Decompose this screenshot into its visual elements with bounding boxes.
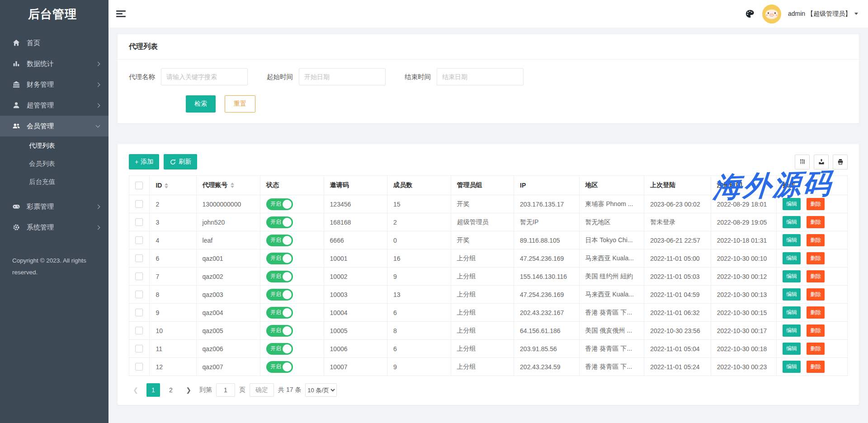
edit-button[interactable]: 编辑	[783, 198, 801, 210]
status-toggle[interactable]: 开启	[266, 325, 293, 337]
start-time-label: 起始时间	[267, 73, 293, 81]
page-size-select[interactable]: 10 条/页	[305, 383, 337, 397]
gear-icon	[12, 223, 20, 231]
sidebar-subitem-agent-list[interactable]: 代理列表	[0, 136, 108, 155]
delete-button[interactable]: 删除	[807, 343, 825, 355]
edit-button[interactable]: 编辑	[783, 324, 801, 337]
sidebar: 后台管理 首页 数据统计 财务管理 超管管理 会员管理	[0, 0, 108, 423]
cell-admin-group: 上分组	[451, 286, 514, 304]
search-button[interactable]: 检索	[186, 95, 216, 113]
print-icon[interactable]	[833, 155, 848, 169]
status-toggle[interactable]: 开启	[266, 289, 293, 301]
cell-invite-code: 10004	[324, 304, 387, 322]
prev-page-button[interactable]: ❮	[129, 383, 142, 397]
sidebar-item-home[interactable]: 首页	[0, 33, 108, 53]
sidebar-item-system[interactable]: 系统管理	[0, 217, 108, 238]
refresh-button[interactable]: 刷新	[164, 154, 197, 169]
row-checkbox[interactable]	[135, 291, 143, 298]
row-checkbox[interactable]	[135, 254, 143, 262]
end-date-input[interactable]	[437, 68, 524, 85]
agent-name-label: 代理名称	[129, 73, 155, 81]
row-checkbox[interactable]	[135, 218, 143, 226]
col-members: 成员数	[387, 176, 451, 195]
status-toggle[interactable]: 开启	[266, 198, 293, 210]
edit-button[interactable]: 编辑	[783, 252, 801, 264]
row-checkbox[interactable]	[135, 327, 143, 334]
edit-button[interactable]: 编辑	[783, 343, 801, 355]
sidebar-item-finance[interactable]: 财务管理	[0, 74, 108, 95]
table-row: 9 qaz004 开启 10004 6 上分组 202.43.232.167 香…	[129, 304, 848, 322]
sidebar-item-lottery[interactable]: 彩票管理	[0, 196, 108, 217]
page-title: 代理列表	[118, 34, 859, 60]
col-ip: IP	[514, 176, 580, 195]
status-toggle[interactable]: 开启	[266, 253, 293, 264]
status-toggle[interactable]: 开启	[266, 343, 293, 355]
row-checkbox[interactable]	[135, 236, 143, 244]
edit-button[interactable]: 编辑	[783, 288, 801, 301]
agent-name-input[interactable]	[161, 68, 248, 85]
edit-button[interactable]: 编辑	[783, 234, 801, 246]
export-icon[interactable]	[814, 155, 829, 169]
delete-button[interactable]: 删除	[807, 306, 825, 319]
sidebar-item-label: 会员管理	[27, 122, 54, 131]
delete-button[interactable]: 删除	[807, 198, 825, 210]
delete-button[interactable]: 删除	[807, 252, 825, 264]
sidebar-subitem-backend-recharge[interactable]: 后台充值	[0, 173, 108, 191]
status-toggle[interactable]: 开启	[266, 235, 293, 246]
page-button-2[interactable]: 2	[164, 383, 178, 397]
status-toggle[interactable]: 开启	[266, 307, 293, 319]
row-checkbox[interactable]	[135, 309, 143, 316]
copyright-text: Copyright © 2023. All rights reserved.	[0, 255, 108, 279]
user-menu[interactable]: admin 【超级管理员】	[788, 10, 858, 18]
cell-account: leaf	[196, 231, 260, 249]
status-toggle[interactable]: 开启	[266, 216, 293, 228]
row-checkbox[interactable]	[135, 363, 143, 371]
sidebar-item-members[interactable]: 会员管理	[0, 116, 108, 136]
edit-button[interactable]: 编辑	[783, 361, 801, 373]
delete-button[interactable]: 删除	[807, 216, 825, 228]
sidebar-subitem-member-list[interactable]: 会员列表	[0, 155, 108, 173]
delete-button[interactable]: 删除	[807, 324, 825, 337]
col-status: 状态	[260, 176, 324, 195]
row-checkbox[interactable]	[135, 273, 143, 280]
cell-ip: 202.43.234.59	[514, 358, 580, 376]
edit-button[interactable]: 编辑	[783, 216, 801, 228]
filter-columns-icon[interactable]	[795, 155, 810, 169]
sort-icon[interactable]	[165, 183, 168, 188]
row-checkbox[interactable]	[135, 200, 143, 208]
sidebar-item-superadmin[interactable]: 超管管理	[0, 95, 108, 116]
edit-button[interactable]: 编辑	[783, 306, 801, 319]
menu-toggle-icon[interactable]	[116, 9, 126, 19]
add-button[interactable]: + 添加	[129, 154, 159, 169]
pagination: ❮ 1 2 ❯ 到第 页 确定 共 17 条 10 条/页	[129, 383, 848, 397]
next-page-button[interactable]: ❯	[182, 383, 195, 397]
sidebar-subitem-label: 后台充值	[29, 178, 55, 186]
row-checkbox[interactable]	[135, 345, 143, 352]
sidebar-item-statistics[interactable]: 数据统计	[0, 53, 108, 74]
goto-page-input[interactable]	[216, 383, 235, 397]
cell-ip: 203.91.85.56	[514, 340, 580, 358]
status-toggle-label: 开启	[270, 291, 281, 298]
users-icon	[12, 122, 20, 130]
status-toggle[interactable]: 开启	[266, 361, 293, 373]
theme-palette-icon[interactable]	[745, 9, 755, 19]
delete-button[interactable]: 删除	[807, 270, 825, 282]
delete-button[interactable]: 删除	[807, 361, 825, 373]
cell-invite-code: 10006	[324, 340, 387, 358]
status-toggle[interactable]: 开启	[266, 271, 293, 282]
edit-button[interactable]: 编辑	[783, 270, 801, 282]
select-all-checkbox[interactable]	[135, 182, 143, 189]
end-time-field: 结束时间	[405, 68, 524, 85]
sort-icon[interactable]	[231, 183, 234, 188]
delete-button[interactable]: 删除	[807, 234, 825, 246]
delete-button[interactable]: 删除	[807, 288, 825, 301]
page-button-1[interactable]: 1	[146, 383, 160, 397]
cell-region: 美国 纽约州 紐約	[579, 268, 644, 286]
col-admin-group: 管理员组	[451, 176, 514, 195]
confirm-page-button[interactable]: 确定	[250, 383, 274, 397]
avatar[interactable]	[762, 5, 781, 24]
start-date-input[interactable]	[299, 68, 386, 85]
cell-region: 日本 Tokyo Chi...	[579, 231, 644, 249]
reset-button[interactable]: 重置	[225, 95, 255, 113]
toggle-knob	[283, 236, 292, 245]
